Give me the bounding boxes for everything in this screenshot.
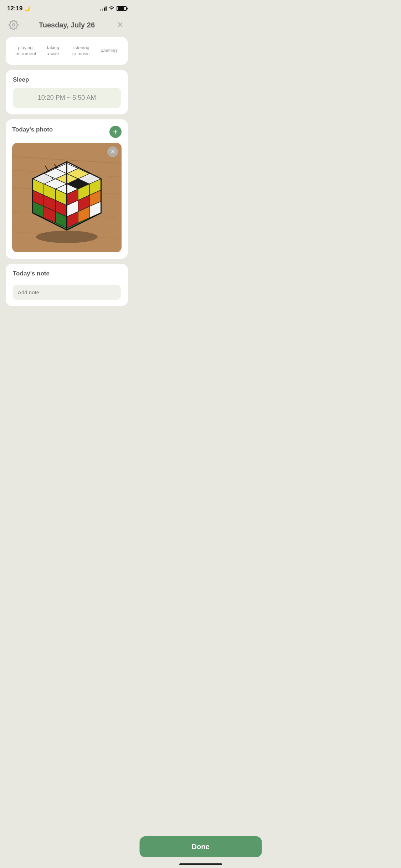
note-input[interactable] xyxy=(13,285,121,300)
signal-icon xyxy=(100,6,107,11)
activity-item-playing[interactable]: playing instrument xyxy=(13,43,38,58)
plus-icon: + xyxy=(113,128,118,136)
status-time: 12:19 xyxy=(7,5,22,12)
close-button[interactable]: ✕ xyxy=(114,19,127,31)
photo-title: Today's photo xyxy=(12,126,53,133)
activity-item-walking[interactable]: taking a walk xyxy=(41,43,66,58)
photo-card: Today's photo + xyxy=(6,119,128,259)
svg-point-7 xyxy=(36,231,98,243)
header: Tuesday, July 26 ✕ xyxy=(0,14,134,37)
status-bar: 12:19 🌙 xyxy=(0,0,134,14)
photo-container: ✕ xyxy=(12,143,122,252)
remove-photo-button[interactable]: ✕ xyxy=(107,146,118,157)
battery-icon xyxy=(117,6,127,11)
remove-photo-icon: ✕ xyxy=(110,148,115,155)
sleep-title: Sleep xyxy=(13,76,121,83)
svg-point-0 xyxy=(12,24,15,26)
photo-card-header: Today's photo + xyxy=(12,126,122,138)
wifi-icon xyxy=(109,6,114,11)
add-photo-button[interactable]: + xyxy=(109,126,122,138)
note-title: Today's note xyxy=(13,270,121,277)
activity-item-painting[interactable]: painting xyxy=(96,43,121,58)
sleep-time[interactable]: 10:20 PM ~ 5:50 AM xyxy=(13,88,121,108)
status-icons xyxy=(100,6,127,11)
settings-button[interactable] xyxy=(7,19,20,31)
page-title: Tuesday, July 26 xyxy=(39,21,95,29)
moon-icon: 🌙 xyxy=(24,6,30,11)
activity-item-listening[interactable]: listening to music xyxy=(68,43,93,58)
activity-card: playing instrument taking a walk listeni… xyxy=(6,37,128,65)
main-content: playing instrument taking a walk listeni… xyxy=(0,37,134,342)
note-card: Today's note xyxy=(6,264,128,306)
sleep-card: Sleep 10:20 PM ~ 5:50 AM xyxy=(6,70,128,114)
photo-image xyxy=(12,143,122,252)
activity-list: playing instrument taking a walk listeni… xyxy=(13,43,121,58)
